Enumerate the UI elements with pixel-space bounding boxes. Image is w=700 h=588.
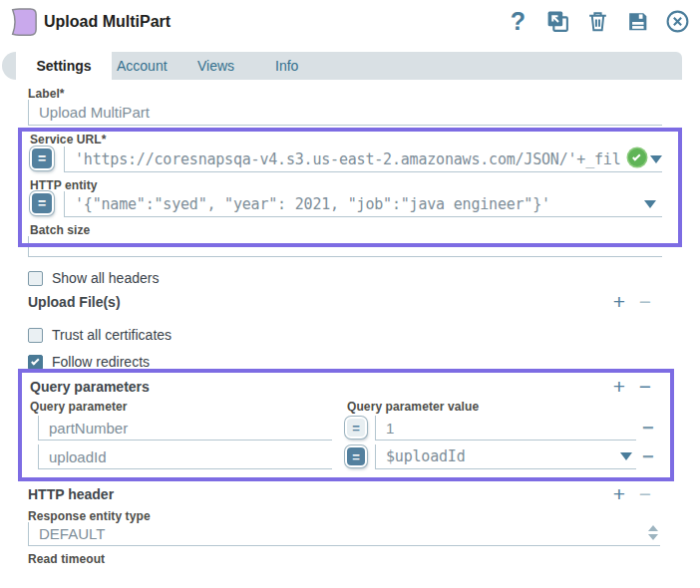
batch-size-input[interactable]	[28, 236, 662, 257]
query-parameter-column-header: Query parameter	[30, 400, 128, 414]
section-http-header: HTTP header + −	[28, 484, 658, 504]
label-input[interactable]: Upload MultiPart	[28, 100, 662, 126]
query-parameter-row: uploadId = $uploadId −	[0, 444, 700, 470]
remove-row-icon[interactable]: −	[632, 292, 658, 312]
http-entity-input[interactable]: '{"name":"syed", "year": 2021, "job":"ja…	[64, 191, 662, 217]
remove-row-icon[interactable]: −	[642, 419, 654, 437]
delete-icon[interactable]	[585, 9, 610, 34]
checkbox-icon	[28, 328, 43, 343]
query-parameter-name-input[interactable]: uploadId	[38, 444, 332, 469]
add-row-icon[interactable]: +	[606, 377, 632, 397]
snap-shape-icon	[8, 7, 38, 37]
query-parameter-value-input[interactable]: $uploadId	[375, 444, 636, 469]
tab-bar: Settings Account Views Info	[2, 52, 682, 80]
response-entity-type-select[interactable]: DEFAULT	[28, 522, 660, 546]
spinner-down-icon[interactable]	[648, 534, 658, 540]
spinner-icon[interactable]	[648, 525, 658, 540]
add-row-icon[interactable]: +	[606, 292, 632, 312]
remove-row-icon[interactable]: −	[642, 447, 654, 465]
checkbox-show-all-headers[interactable]: Show all headers	[28, 270, 159, 286]
annotation-box-url-entity	[18, 128, 682, 247]
read-timeout-label: Read timeout	[28, 552, 105, 566]
help-icon[interactable]: ?	[506, 9, 530, 34]
tab-account[interactable]: Account	[117, 52, 168, 80]
dialog-title: Upload MultiPart	[44, 13, 171, 31]
query-parameter-name-input[interactable]: partNumber	[38, 416, 332, 441]
response-entity-type-label: Response entity type	[28, 509, 151, 523]
service-url-label: Service URL*	[30, 133, 107, 147]
add-row-icon[interactable]: +	[606, 484, 632, 504]
label-field-label: Label*	[28, 87, 65, 101]
save-icon[interactable]	[625, 9, 650, 34]
dropdown-icon[interactable]	[650, 155, 662, 163]
spinner-up-icon[interactable]	[648, 525, 658, 531]
close-icon[interactable]	[665, 9, 690, 34]
query-parameter-value-column-header: Query parameter value	[347, 400, 479, 414]
section-upload-files: Upload File(s) + −	[28, 292, 658, 312]
checkbox-follow-redirects[interactable]: Follow redirects	[28, 354, 150, 370]
expression-toggle-icon[interactable]: =	[30, 191, 54, 215]
checkbox-trust-all-certificates[interactable]: Trust all certificates	[28, 327, 172, 343]
checkbox-icon	[28, 271, 43, 286]
checkbox-checked-icon	[28, 355, 43, 370]
query-parameter-row: partNumber = 1 −	[0, 416, 700, 441]
export-canvas-icon[interactable]	[545, 9, 570, 34]
tab-views[interactable]: Views	[197, 52, 234, 80]
service-url-input[interactable]: 'https://coresnapsqa-v4.s3.us-east-2.ama…	[64, 147, 662, 172]
http-entity-row: = '{"name":"syed", "year": 2021, "job":"…	[30, 191, 662, 217]
dialog-toolbar: ?	[506, 9, 690, 34]
expression-toggle-icon[interactable]: =	[345, 417, 367, 439]
service-url-row: = 'https://coresnapsqa-v4.s3.us-east-2.a…	[30, 147, 662, 172]
query-parameter-value-input[interactable]: 1	[375, 416, 636, 441]
expression-toggle-icon[interactable]: =	[30, 147, 54, 170]
dropdown-icon[interactable]	[620, 452, 632, 460]
batch-size-label: Batch size	[30, 223, 90, 237]
http-entity-label: HTTP entity	[30, 178, 98, 192]
expression-toggle-icon[interactable]: =	[345, 445, 367, 467]
snap-settings-dialog: Upload MultiPart ?	[0, 0, 700, 588]
tab-settings[interactable]: Settings	[16, 52, 112, 80]
section-query-parameters: Query parameters + −	[30, 377, 658, 397]
tab-info[interactable]: Info	[275, 52, 298, 80]
remove-row-icon[interactable]: −	[632, 484, 658, 504]
remove-row-icon[interactable]: −	[632, 377, 658, 397]
dropdown-icon[interactable]	[644, 200, 656, 208]
valid-check-icon	[628, 148, 646, 166]
